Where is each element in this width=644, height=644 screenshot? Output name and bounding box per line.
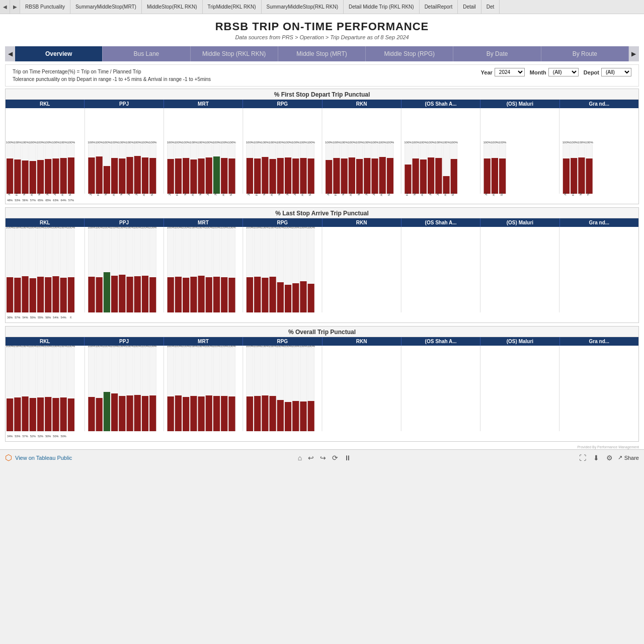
top-tab-3[interactable]: TripMiddle(RKL RKN) — [203, 0, 262, 14]
pause-icon[interactable]: ⏸ — [342, 453, 353, 463]
svg-text:100%: 100% — [88, 141, 96, 144]
svg-rect-49 — [96, 156, 103, 194]
nav-tab-middlestop-rkl[interactable]: Middle Stop (RKL RKN) — [191, 46, 278, 61]
svg-rect-443 — [142, 396, 148, 431]
depot-select[interactable]: (All)RKLPPJMRT RPGRKN — [601, 68, 631, 76]
month-select[interactable]: (All)JanFebMar AprMayJunJul AugSep — [548, 68, 579, 76]
svg-text:Ap.: Ap. — [349, 191, 352, 196]
svg-rect-425 — [96, 398, 103, 431]
svg-rect-361 — [270, 277, 276, 312]
svg-text:100%: 100% — [111, 346, 119, 348]
svg-text:57%: 57% — [68, 199, 74, 202]
svg-rect-53 — [104, 166, 110, 194]
svg-text:Fe.: Fe. — [97, 191, 100, 196]
depot-header-row-3: RKL PPJ MRT RPG RKN (OS Shah A... (OS) M… — [6, 337, 638, 346]
svg-text:54%: 54% — [53, 316, 58, 319]
svg-rect-500 — [308, 401, 314, 431]
svg-rect-73 — [142, 157, 148, 194]
svg-text:100%: 100% — [277, 227, 285, 229]
svg-text:Au.: Au. — [222, 191, 225, 196]
svg-rect-437 — [126, 395, 133, 431]
svg-text:100%: 100% — [133, 141, 141, 144]
top-tab-0[interactable]: RBSB Punctuality — [20, 0, 70, 14]
svg-text:Ju.: Ju. — [206, 192, 209, 196]
svg-text:100%: 100% — [21, 346, 29, 348]
nav-next-arrow[interactable]: ▶ — [629, 46, 639, 61]
svg-text:100%: 100% — [435, 141, 443, 144]
top-tab-4[interactable]: SummaryMiddleStop(RKL RKN) — [262, 0, 344, 14]
svg-text:100%: 100% — [14, 346, 22, 348]
svg-text:100%: 100% — [491, 141, 499, 144]
svg-rect-41 — [68, 157, 74, 194]
top-tab-5[interactable]: Detail Middle Trip (RKL RKN) — [344, 0, 420, 14]
svg-text:100%: 100% — [292, 227, 300, 229]
nav-tab-overview[interactable]: Overview — [15, 46, 103, 61]
svg-text:M.: M. — [579, 192, 582, 195]
svg-text:100%: 100% — [182, 346, 190, 348]
svg-text:100%: 100% — [299, 346, 307, 348]
svg-rect-270 — [22, 276, 28, 312]
top-tab-8[interactable]: Det — [481, 0, 500, 14]
svg-rect-201 — [428, 157, 434, 194]
chart-overall: % Overall Trip Punctual RKL PPJ MRT RPG … — [5, 326, 639, 442]
svg-rect-473 — [228, 396, 235, 431]
svg-text:100%: 100% — [6, 346, 14, 348]
svg-text:100%: 100% — [103, 227, 111, 229]
nav-tab-bydate[interactable]: By Date — [453, 46, 541, 61]
nav-prev-arrow[interactable]: ◀ — [5, 46, 15, 61]
month-label: Month — [530, 69, 546, 75]
svg-text:100%: 100% — [570, 141, 578, 144]
svg-text:100%: 100% — [261, 141, 269, 144]
nav-tab-middlestop-rpg[interactable]: Middle Stop (RPG) — [366, 46, 453, 61]
top-tab-7[interactable]: Detail — [458, 0, 481, 14]
top-tab-6[interactable]: DetailReport — [420, 0, 458, 14]
top-tab-1[interactable]: SummaryMiddleStop(MRT) — [70, 0, 142, 14]
main-container: RBSB TRIP ON-TIME PERFORMANCE Data sourc… — [0, 14, 644, 465]
tab-prev-arrow[interactable]: ◀ — [0, 0, 10, 14]
nav-tab-byroute[interactable]: By Route — [541, 46, 629, 61]
svg-rect-419 — [68, 398, 74, 431]
svg-text:100%: 100% — [197, 227, 205, 229]
svg-text:100%: 100% — [299, 227, 307, 229]
top-tab-2[interactable]: MiddleStop(RKL RKN) — [142, 0, 203, 14]
svg-rect-455 — [183, 397, 189, 431]
undo-icon[interactable]: ↩ — [306, 453, 316, 463]
svg-rect-358 — [262, 278, 268, 312]
svg-text:Au.: Au. — [444, 191, 447, 196]
share-button[interactable]: ↗ Share — [618, 454, 639, 461]
svg-rect-278 — [37, 277, 44, 312]
svg-rect-364 — [277, 282, 284, 312]
depot-rkn-3: RKN — [323, 337, 401, 346]
svg-text:100%: 100% — [307, 346, 315, 348]
svg-text:100%: 100% — [246, 141, 254, 144]
svg-text:65%: 65% — [45, 199, 51, 202]
svg-text:Ap.: Ap. — [270, 191, 273, 196]
nav-tab-middlestop-mrt[interactable]: Middle Stop (MRT) — [278, 46, 366, 61]
svg-rect-446 — [149, 395, 156, 431]
svg-text:100%: 100% — [95, 346, 103, 348]
svg-rect-310 — [119, 275, 125, 312]
svg-rect-77 — [149, 158, 156, 194]
settings-icon[interactable]: ⚙ — [604, 453, 615, 463]
home-icon[interactable]: ⌂ — [296, 453, 304, 463]
view-on-tableau-label[interactable]: View on Tableau Public — [15, 455, 72, 461]
download-icon[interactable]: ⬇ — [591, 453, 601, 463]
svg-text:100%: 100% — [44, 346, 52, 348]
filter-note2: Tolerance punctuality on trip Depart in … — [13, 75, 211, 83]
svg-text:100%: 100% — [254, 227, 262, 229]
redo-icon[interactable]: ↪ — [318, 453, 328, 463]
year-select[interactable]: 202420232022 — [495, 68, 525, 76]
svg-rect-440 — [134, 395, 141, 431]
fullscreen-icon[interactable]: ⛶ — [577, 453, 588, 463]
depot-header-row-2: RKL PPJ MRT RPG RKN (OS Shah A... (OS) M… — [6, 218, 638, 227]
nav-tab-buslane[interactable]: Bus Lane — [103, 46, 190, 61]
svg-text:100%: 100% — [404, 141, 412, 144]
tab-next-arrow[interactable]: ▶ — [10, 0, 20, 14]
svg-text:Ja.: Ja. — [247, 192, 250, 196]
svg-text:100%: 100% — [363, 141, 371, 144]
svg-rect-334 — [190, 277, 197, 312]
refresh-icon[interactable]: ⟳ — [330, 453, 340, 463]
svg-rect-428 — [104, 392, 110, 431]
depot-rkl-1: RKL — [6, 100, 85, 108]
depot-rkl-2: RKL — [6, 218, 85, 227]
